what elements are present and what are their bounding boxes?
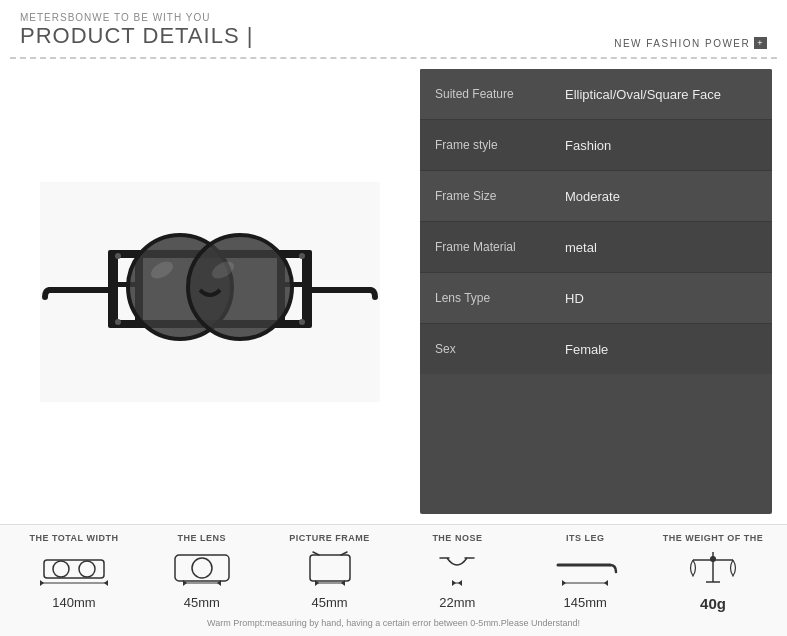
measurements-grid: THE TOTAL WIDTH 140mm THE LENS 45mm PICT…: [10, 533, 777, 612]
measure-icon: [678, 549, 748, 589]
table-value: Female: [550, 330, 772, 369]
table-label: Frame Material: [420, 222, 550, 272]
svg-point-50: [710, 556, 716, 562]
measure-item: THE TOTAL WIDTH 140mm: [19, 533, 129, 610]
measurements-section: THE TOTAL WIDTH 140mm THE LENS 45mm PICT…: [0, 524, 787, 636]
svg-point-20: [299, 319, 305, 325]
measure-label: THE WEIGHT OF THE: [663, 533, 764, 543]
measure-item: THE LENS 45mm: [147, 533, 257, 610]
table-label: Suited Feature: [420, 69, 550, 119]
header-title: PRODUCT DETAILS |: [20, 23, 253, 49]
svg-marker-45: [562, 580, 566, 586]
measure-item: ITS LEG 145mm: [530, 533, 640, 610]
svg-rect-6: [302, 250, 312, 328]
table-label: Lens Type: [420, 273, 550, 323]
measure-label: THE LENS: [177, 533, 226, 543]
table-row: Frame style Fashion: [420, 120, 772, 171]
svg-rect-32: [310, 555, 350, 581]
header-tagline: NEW FASHION POWER +: [614, 37, 767, 49]
main-content: Suited Feature Elliptical/Oval/Square Fa…: [0, 59, 787, 524]
measure-value: 45mm: [184, 595, 220, 610]
svg-marker-46: [604, 580, 608, 586]
table-label: Sex: [420, 324, 550, 374]
measure-value: 45mm: [312, 595, 348, 610]
svg-marker-41: [452, 580, 456, 586]
measure-icon: [422, 549, 492, 589]
measure-icon: [39, 549, 109, 589]
page-container: METERSBONWE TO BE WITH YOU PRODUCT DETAI…: [0, 0, 787, 636]
svg-rect-5: [108, 250, 118, 328]
table-row: Lens Type HD: [420, 273, 772, 324]
svg-point-28: [192, 558, 212, 578]
svg-marker-26: [104, 580, 108, 586]
svg-point-19: [299, 253, 305, 259]
table-value: metal: [550, 228, 772, 267]
svg-point-22: [53, 561, 69, 577]
measure-label: THE TOTAL WIDTH: [29, 533, 118, 543]
svg-point-23: [79, 561, 95, 577]
svg-point-18: [115, 319, 121, 325]
measure-label: ITS LEG: [566, 533, 605, 543]
table-row: Frame Material metal: [420, 222, 772, 273]
table-label: Frame style: [420, 120, 550, 170]
svg-marker-25: [40, 580, 44, 586]
measure-item: PICTURE FRAME 45mm: [275, 533, 385, 610]
table-row: Frame Size Moderate: [420, 171, 772, 222]
measure-value: 40g: [700, 595, 726, 612]
measure-icon: [550, 549, 620, 589]
table-value: Elliptical/Oval/Square Face: [550, 75, 772, 114]
table-value: Moderate: [550, 177, 772, 216]
measure-label: PICTURE FRAME: [289, 533, 370, 543]
svg-marker-42: [458, 580, 462, 586]
svg-rect-27: [175, 555, 229, 581]
table-row: Sex Female: [420, 324, 772, 374]
measure-value: 140mm: [52, 595, 95, 610]
header: METERSBONWE TO BE WITH YOU PRODUCT DETAI…: [0, 0, 787, 57]
measure-icon: [167, 549, 237, 589]
header-left: METERSBONWE TO BE WITH YOU PRODUCT DETAI…: [20, 12, 253, 49]
measure-item: THE WEIGHT OF THE 40g: [658, 533, 768, 612]
measure-item: THE NOSE 22mm: [402, 533, 512, 610]
glasses-illustration: [40, 182, 380, 402]
measure-value: 22mm: [439, 595, 475, 610]
table-row: Suited Feature Elliptical/Oval/Square Fa…: [420, 69, 772, 120]
product-image-section: [15, 69, 405, 514]
warm-prompt: Warm Prompt:measuring by hand, having a …: [10, 612, 777, 636]
header-subtitle: METERSBONWE TO BE WITH YOU: [20, 12, 253, 23]
measure-value: 145mm: [564, 595, 607, 610]
table-value: Fashion: [550, 126, 772, 165]
measure-label: THE NOSE: [432, 533, 482, 543]
svg-point-17: [115, 253, 121, 259]
measure-icon: [295, 549, 365, 589]
table-label: Frame Size: [420, 171, 550, 221]
table-value: HD: [550, 279, 772, 318]
product-info-table: Suited Feature Elliptical/Oval/Square Fa…: [420, 69, 772, 514]
